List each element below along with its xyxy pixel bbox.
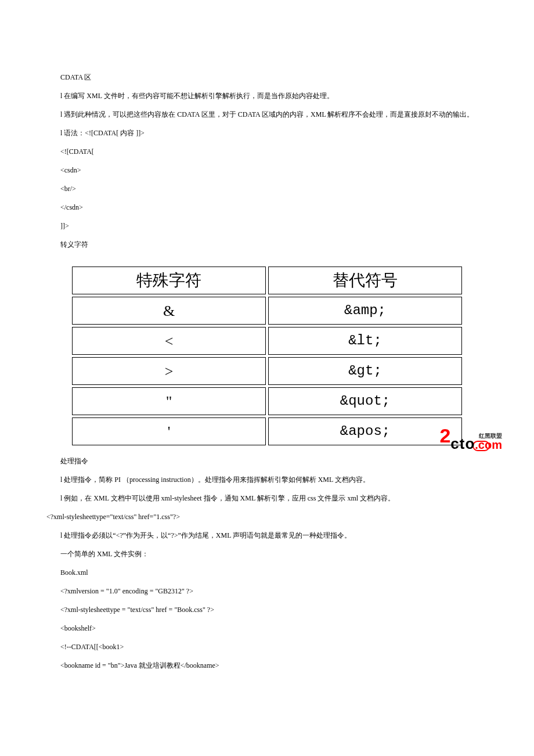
code-line: <br/> [46,183,488,194]
section3-p2: l 例如，在 XML 文档中可以使用 xml-stylesheet 指令，通知 … [46,493,488,503]
section3-p2b: <?xml-stylesheettype="text/css" href="1.… [46,512,488,522]
watermark-2: 2 [439,421,450,451]
document-page: CDATA 区 l 在编写 XML 文件时，有些内容可能不想让解析引擎解析执行，… [0,0,534,702]
cell-replace: &quot; [268,387,462,415]
code-line: <![CDATA[ [46,146,488,157]
code-line: ]]> [46,221,488,231]
col-replacement: 替代符号 [268,267,462,294]
table-row: > &gt; [72,357,462,385]
section1-p1: l 在编写 XML 文件时，有些内容可能不想让解析引擎解析执行，而是当作原始内容… [46,91,488,101]
code-line: <csdn> [46,165,488,175]
watermark-cto: cto [450,435,475,452]
section3-p5: Book.xml [46,567,488,578]
watermark-2cto: 2 红黑联盟 cto.com [439,421,502,451]
cell-special: " [72,387,266,415]
cell-replace: &lt; [268,327,462,355]
cell-replace: &amp; [268,297,462,325]
table-row: & &amp; [72,297,462,325]
section1-title: CDATA 区 [46,72,488,82]
table-row: < &lt; [72,327,462,355]
escape-table: 特殊字符 替代符号 & &amp; < &lt; > &gt; " &quot;… [70,264,464,448]
table-row: " &quot; [72,387,462,415]
cell-special: ' [72,417,266,445]
code-line: <?xml-stylesheettype = "text/css" href =… [46,604,488,615]
table-row: ' &apos; [72,417,462,445]
code-line: <!--CDATA[[<book1> [46,642,488,652]
code-line: <?xmlversion = "1.0" encoding = "GB2312"… [46,586,488,596]
watermark-com: .com [475,438,502,451]
cell-special: < [72,327,266,355]
code-line: <bookshelf> [46,623,488,633]
section2-title: 转义字符 [46,239,488,250]
cell-replace: &apos; [268,417,462,445]
cell-special: & [72,297,266,325]
section1-p2: l 遇到此种情况，可以把这些内容放在 CDATA 区里，对于 CDATA 区域内… [46,109,488,120]
table-header-row: 特殊字符 替代符号 [72,267,462,294]
escape-table-wrap: 特殊字符 替代符号 & &amp; < &lt; > &gt; " &quot;… [46,264,488,448]
cell-special: > [72,357,266,385]
section3-title: 处理指令 [46,456,488,466]
section1-p3: l 语法：<![CDATA[ 内容 ]]> [46,128,488,138]
col-special-char: 特殊字符 [72,267,266,294]
code-line: </csdn> [46,202,488,213]
section3-p3: l 处理指令必须以“<?”作为开头，以“?>”作为结尾，XML 声明语句就是最常… [46,530,488,541]
section3-p1: l 处理指令，简称 PI （processing instruction）。处理… [46,474,488,485]
section3-p4: 一个简单的 XML 文件实例： [46,549,488,559]
code-line: <bookname id = "bn">Java 就业培训教程</booknam… [46,660,488,671]
cell-replace: &gt; [268,357,462,385]
